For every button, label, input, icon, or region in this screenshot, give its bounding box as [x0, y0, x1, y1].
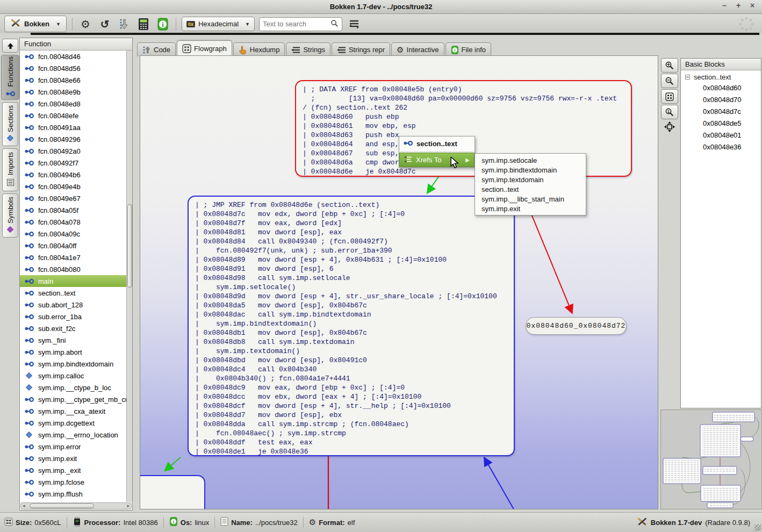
tree-collapse-icon[interactable]	[685, 75, 690, 80]
basic-block-partial[interactable]	[140, 475, 205, 509]
vscrollbar-thumb[interactable]	[127, 204, 132, 287]
function-list-item[interactable]: section..text	[20, 287, 127, 299]
scroll-right-icon[interactable]: ▸	[127, 503, 130, 509]
submenu-item[interactable]: sym.imp.__libc_start_main	[475, 194, 586, 204]
sidebar-tab-imports[interactable]: Imports	[2, 148, 18, 191]
function-list-item[interactable]: sym.imp.dcgettext	[20, 417, 127, 429]
function-list-item[interactable]: sym.imp._exit	[20, 464, 127, 476]
sidebar-tab-sections[interactable]: Sections	[2, 102, 18, 146]
function-list-item[interactable]: fcn.0804a078	[20, 216, 127, 228]
basic-block-address[interactable]: 0x08048d70	[681, 94, 761, 106]
function-list-item[interactable]: sym.imp.abort	[20, 346, 127, 358]
close-button[interactable]: ×	[748, 1, 757, 10]
function-list-item[interactable]: sym.imp.bindtextdomain	[20, 358, 127, 370]
function-list-item[interactable]: sub.abort_128	[20, 299, 127, 311]
submenu-item[interactable]: sym.imp.setlocale	[475, 155, 586, 165]
function-list-header[interactable]: Function	[20, 38, 132, 51]
sidebar-tab-symbols[interactable]: Symbols	[2, 193, 18, 238]
bokken-menu-button[interactable]: Bokken ▼	[4, 16, 67, 32]
function-list-item[interactable]: fcn.0804a09c	[20, 228, 127, 240]
basic-block-address[interactable]: 0x08048de5	[681, 118, 761, 130]
panels-toggle-icon[interactable]	[347, 17, 362, 31]
search-box[interactable]	[259, 17, 342, 31]
basic-block-address[interactable]: 0x08048d7c	[681, 106, 761, 118]
context-menu-title[interactable]: section..text	[399, 136, 475, 151]
function-list-item[interactable]: fcn.08049296	[20, 133, 127, 145]
function-list-item[interactable]: fcn.080494b6	[20, 169, 127, 181]
function-list-item[interactable]: sym.imp.__ctype_get_mb_cu	[20, 393, 127, 405]
function-list-item[interactable]: fcn.080492a0	[20, 145, 127, 157]
function-list-item[interactable]: fcn.08048d46	[20, 51, 127, 62]
function-list-item[interactable]: sym.imp.__ctype_b_loc	[20, 382, 127, 393]
function-list-hscrollbar[interactable]: ◂ ▸	[20, 502, 132, 509]
tab-flowgraph[interactable]: Flowgraph	[177, 40, 232, 56]
function-list-item[interactable]: sym.imp.error	[20, 441, 127, 452]
function-list-item[interactable]: sub.error_1ba	[20, 311, 127, 322]
menu-item-xrefs-to[interactable]: Xrefs To ▶	[399, 153, 475, 167]
basic-block-address[interactable]: 0x08048e01	[681, 130, 761, 141]
tree-root-section-text[interactable]: section..text	[681, 70, 761, 82]
sidebar-tab-functions[interactable]: Functions	[1, 55, 19, 100]
preferences-gear-icon[interactable]: ⚙	[78, 17, 93, 31]
submenu-item[interactable]: section..text	[475, 184, 586, 194]
function-list-item[interactable]: fcn.08048efe	[20, 110, 127, 121]
pan-icon[interactable]	[664, 121, 675, 134]
function-list-item[interactable]: sym.imp.fflush	[20, 488, 127, 500]
reload-icon[interactable]: ↺	[97, 17, 112, 31]
tab-code[interactable]: Code	[137, 42, 176, 56]
maximize-button[interactable]: +	[734, 1, 743, 10]
function-list-item[interactable]: sym.imp.fclose	[20, 476, 127, 488]
overview-button[interactable]	[661, 89, 678, 104]
number-base-select[interactable]: 0x Hexadecimal ▼	[182, 17, 255, 31]
function-list-item[interactable]: sym.imp.__errno_location	[20, 429, 127, 441]
function-list-item[interactable]: fcn.08048e66	[20, 74, 127, 86]
basic-blocks-header[interactable]: Basic Blocks	[681, 59, 761, 70]
function-list-item[interactable]: fcn.08049e67	[20, 192, 127, 204]
basic-block-address[interactable]: 0x08048e36	[681, 141, 761, 153]
graph-minimap[interactable]	[660, 409, 762, 509]
function-list-item[interactable]: fcn.0804a1e7	[20, 251, 127, 263]
search-icon[interactable]	[330, 19, 339, 29]
function-list-item[interactable]: fcn.08049e4b	[20, 181, 127, 192]
tab-interactive[interactable]: ⚙Interactive	[391, 42, 444, 56]
function-list-item[interactable]: fcn.08048d56	[20, 62, 127, 74]
function-list-item[interactable]: sym.imp.__cxa_atexit	[20, 405, 127, 417]
function-list-item[interactable]: fcn.0804b080	[20, 263, 127, 275]
minimize-button[interactable]: –	[720, 1, 729, 10]
search-input[interactable]	[263, 20, 330, 28]
basic-block-main[interactable]: | ; JMP XREF from 0x08048d6e (section..t…	[188, 196, 515, 456]
function-list-vscrollbar[interactable]	[126, 51, 132, 502]
function-list-item[interactable]: fcn.08048ed8	[20, 98, 127, 110]
tab-strings-repr[interactable]: Strings repr	[332, 42, 390, 56]
submenu-item[interactable]: sym.imp.bindtextdomain	[475, 165, 586, 175]
function-list-item[interactable]: sub.exit_f2c	[20, 322, 127, 334]
basic-block-address[interactable]: 0x08048d60	[681, 82, 761, 94]
submenu-item[interactable]: sym.imp.textdomain	[475, 175, 586, 184]
edge-target-label[interactable]: 0x08048d60_0x08048d72	[526, 317, 627, 335]
submenu-item[interactable]: sym.imp.exit	[475, 204, 586, 213]
function-list-item[interactable]: fcn.0804a05f	[20, 204, 127, 216]
scroll-left-icon[interactable]: ◂	[23, 503, 25, 509]
tab-strings[interactable]: Strings	[286, 42, 330, 56]
function-list-item[interactable]: sym.imp.exit	[20, 452, 127, 464]
zoom-in-button[interactable]	[661, 58, 678, 73]
calculator-icon[interactable]	[136, 17, 151, 31]
goto-address-icon[interactable]	[117, 17, 132, 31]
tab-file-info[interactable]: iFile info	[445, 42, 492, 56]
tab-hexdump[interactable]: Hexdump	[233, 42, 285, 56]
flowgraph-canvas[interactable]: | ; DATA XREF from 0x08048e5b (entry0) ;…	[140, 55, 658, 509]
function-list-item[interactable]: sym.imp.calloc	[20, 370, 127, 382]
hscrollbar-thumb[interactable]	[30, 504, 94, 508]
collapse-sidebar-button[interactable]	[2, 39, 18, 53]
function-list-item[interactable]: fcn.080492f7	[20, 157, 127, 169]
zoom-out-button[interactable]	[661, 74, 678, 88]
window-title: Bokken 1.7-dev - ../pocs/true32	[330, 3, 433, 11]
function-list-item[interactable]: main	[20, 275, 127, 287]
file-info-icon[interactable]: i	[155, 17, 170, 31]
resize-grip[interactable]	[754, 524, 761, 531]
zoom-actual-button[interactable]: 1	[661, 105, 678, 119]
function-list-item[interactable]: fcn.080491aa	[20, 121, 127, 133]
function-list-item[interactable]: fcn.0804a0ff	[20, 240, 127, 251]
function-list-item[interactable]: fcn.08048e9b	[20, 86, 127, 98]
function-list-item[interactable]: sym._fini	[20, 334, 127, 346]
